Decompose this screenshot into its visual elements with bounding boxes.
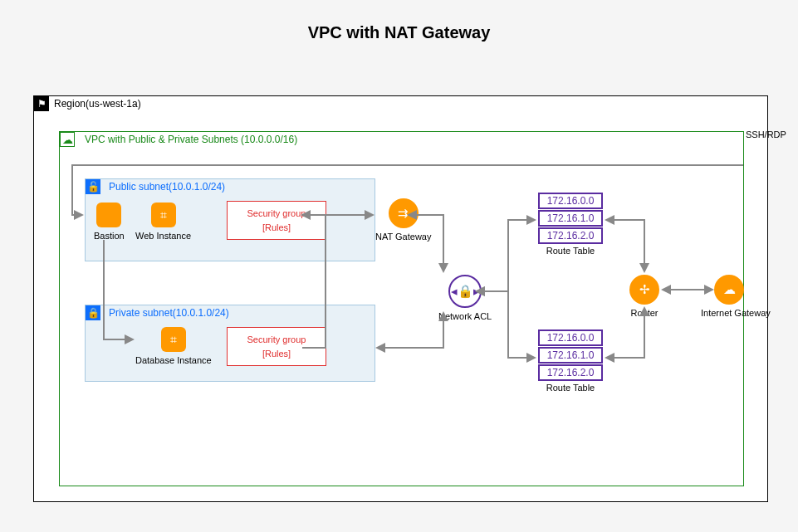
route-entry: 172.16.0.0 bbox=[538, 329, 603, 346]
secgroup-rules: [Rules] bbox=[233, 222, 321, 232]
secgroup-rules: [Rules] bbox=[233, 349, 321, 359]
cloud-icon: ☁ bbox=[60, 132, 75, 147]
route-table-label: Route Table bbox=[538, 383, 603, 393]
vpc-label: VPC with Public & Private Subnets (10.0.… bbox=[85, 134, 297, 145]
web-instance: ⌗ Web Instance bbox=[135, 203, 191, 241]
route-table-label: Route Table bbox=[538, 246, 603, 256]
public-subnet-label: Public subnet(10.0.1.0/24) bbox=[109, 181, 225, 193]
bastion-label: Bastion bbox=[94, 231, 125, 241]
route-table-2: 172.16.0.0 172.16.1.0 172.16.2.0 Route T… bbox=[538, 329, 603, 393]
lock-icon: 🔓 bbox=[86, 179, 100, 194]
region-flag-icon: ⚑ bbox=[34, 96, 49, 111]
web-instance-label: Web Instance bbox=[135, 231, 191, 241]
router-icon: ✢ bbox=[629, 275, 659, 305]
database-label: Database Instance bbox=[135, 355, 212, 365]
igw-label: Internet Gateway bbox=[701, 308, 757, 318]
ssh-rdp-label: SSH/RDP bbox=[746, 129, 786, 139]
region-label: Region(us-west-1a) bbox=[54, 98, 141, 110]
lock-icon: 🔒 bbox=[86, 305, 100, 320]
database-icon: ⌗ bbox=[161, 327, 186, 352]
internet-gateway: ☁ Internet Gateway bbox=[701, 275, 757, 318]
nat-gateway-icon: ⇉ bbox=[389, 198, 419, 228]
nat-gateway: ⇉ NAT Gateway bbox=[375, 198, 431, 242]
private-subnet-label: Private subnet(10.0.1.0/24) bbox=[109, 307, 229, 319]
network-acl-icon: ◂🔒▸ bbox=[448, 275, 482, 308]
route-entry: 172.16.1.0 bbox=[538, 347, 603, 364]
public-security-group: Security group [Rules] bbox=[227, 201, 326, 240]
secgroup-title: Security group bbox=[233, 334, 321, 344]
route-entry: 172.16.0.0 bbox=[538, 193, 603, 209]
router-label: Router bbox=[629, 308, 659, 318]
database-instance: ⌗ Database Instance bbox=[135, 327, 212, 365]
nat-label: NAT Gateway bbox=[375, 232, 431, 242]
private-security-group: Security group [Rules] bbox=[227, 327, 326, 366]
network-acl-label: Network ACL bbox=[438, 311, 492, 321]
diagram-title: VPC with NAT Gateway bbox=[0, 0, 798, 42]
route-entry: 172.16.2.0 bbox=[538, 364, 603, 381]
cloud-gateway-icon: ☁ bbox=[714, 275, 744, 305]
private-subnet-box: 🔒 Private subnet(10.0.1.0/24) ⌗ Database… bbox=[85, 305, 375, 382]
router: ✢ Router bbox=[629, 275, 659, 318]
public-subnet-box: 🔓 Public subnet(10.0.1.0/24) Bastion ⌗ W… bbox=[85, 178, 375, 261]
secgroup-title: Security group bbox=[233, 208, 321, 218]
bastion-icon bbox=[96, 203, 121, 227]
vpc-container: ☁ VPC with Public & Private Subnets (10.… bbox=[59, 131, 744, 486]
route-entry: 172.16.1.0 bbox=[538, 210, 603, 227]
web-instance-icon: ⌗ bbox=[151, 203, 176, 227]
route-table-1: 172.16.0.0 172.16.1.0 172.16.2.0 Route T… bbox=[538, 192, 603, 256]
bastion-host: Bastion bbox=[94, 203, 125, 241]
region-container: ⚑ Region(us-west-1a) SSH/RDP ☁ VPC with … bbox=[33, 95, 768, 502]
network-acl: ◂🔒▸ Network ACL bbox=[438, 275, 492, 321]
route-entry: 172.16.2.0 bbox=[538, 227, 603, 244]
